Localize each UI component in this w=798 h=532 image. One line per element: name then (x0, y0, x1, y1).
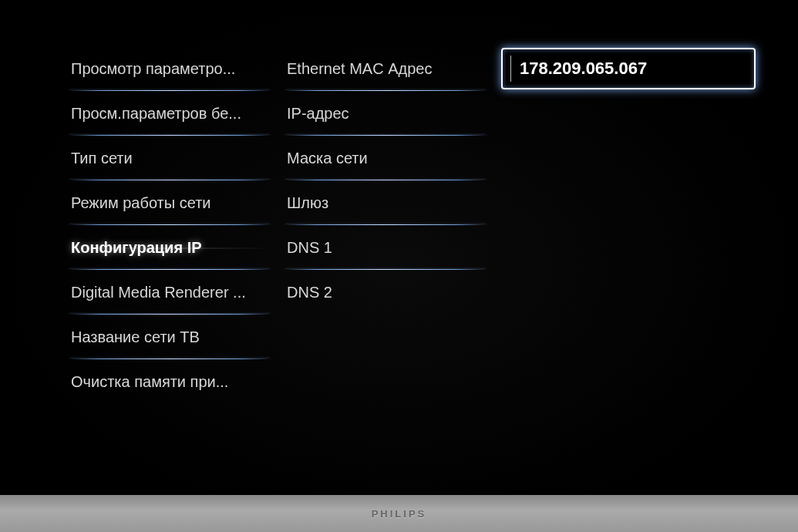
submenu-item-dns1[interactable]: DNS 1 (278, 225, 493, 270)
screen-edge-left (0, 0, 12, 495)
tv-bezel: PHILIPS (0, 495, 798, 532)
submenu-item-gateway[interactable]: Шлюз (278, 180, 493, 225)
menu-item-network-mode[interactable]: Режим работы сети (62, 180, 278, 225)
submenu-item-ip[interactable]: IP-адрес (278, 91, 493, 136)
menu-item-clear-memory[interactable]: Очистка памяти при... (62, 359, 278, 404)
menu-item-dmr[interactable]: Digital Media Renderer ... (62, 270, 278, 315)
menu-column-value: 178.209.065.067 (493, 46, 756, 478)
menu-label: Очистка памяти при... (71, 373, 228, 391)
menu-label: Просм.параметров бе... (71, 105, 241, 123)
menu-label: IP-адрес (287, 105, 349, 123)
screen-edge-top (0, 0, 798, 14)
menu-label: Конфигурация IP (71, 239, 202, 257)
submenu-item-mac[interactable]: Ethernet MAC Адрес (278, 46, 493, 91)
tv-screen: Просмотр параметро... Просм.параметров б… (0, 0, 798, 532)
menu-label: Digital Media Renderer ... (71, 284, 246, 301)
menu-label: Режим работы сети (71, 194, 210, 212)
menu-label: DNS 1 (287, 239, 332, 257)
screen-edge-right (786, 0, 798, 495)
menu-label: Маска сети (287, 150, 368, 167)
menu-item-network-type[interactable]: Тип сети (62, 136, 278, 180)
menu-item-view-params[interactable]: Просмотр параметро... (62, 46, 278, 91)
menu-label: Название сети ТВ (71, 328, 200, 346)
menu-label: Просмотр параметро... (71, 60, 235, 78)
menu-label: Ethernet MAC Адрес (287, 60, 432, 78)
menu-column-sub: Ethernet MAC Адрес IP-адрес Маска сети Ш… (278, 46, 493, 478)
menu-item-ip-config[interactable]: Конфигурация IP (62, 225, 278, 270)
menu-column-main: Просмотр параметро... Просм.параметров б… (62, 46, 278, 478)
ip-value-text: 178.209.065.067 (513, 59, 647, 79)
menu-label: Тип сети (71, 150, 133, 167)
ip-value-input[interactable]: 178.209.065.067 (501, 48, 756, 89)
menu-label: DNS 2 (287, 284, 332, 301)
settings-menu: Просмотр параметро... Просм.параметров б… (62, 46, 783, 478)
brand-logo: PHILIPS (372, 508, 427, 520)
menu-item-tv-network-name[interactable]: Название сети ТВ (62, 315, 278, 359)
menu-label: Шлюз (287, 194, 328, 212)
menu-item-view-wireless-params[interactable]: Просм.параметров бе... (62, 91, 278, 136)
submenu-item-dns2[interactable]: DNS 2 (278, 270, 493, 315)
submenu-item-netmask[interactable]: Маска сети (278, 136, 493, 180)
